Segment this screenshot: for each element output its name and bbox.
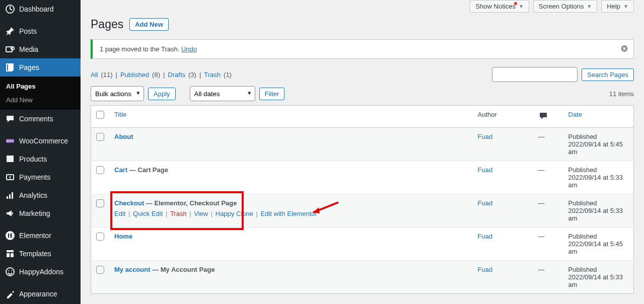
select-all-checkbox[interactable] [96,111,104,119]
woo-icon: WOO [5,136,15,146]
sidebar-item-appearance[interactable]: Appearance [0,285,81,303]
sidebar-item-analytics[interactable]: Analytics [0,186,81,204]
help-label: Help [607,3,620,10]
notice-undo-link[interactable]: Undo [181,45,197,53]
search-button[interactable]: Search Pages [582,68,634,81]
sidebar-item-pages[interactable]: Pages [0,58,81,77]
svg-rect-15 [8,234,9,238]
marketing-icon [5,208,15,218]
sidebar-sub-all-pages[interactable]: All Pages [0,80,81,93]
svg-rect-8 [7,156,14,157]
sidebar-label: Elementor [19,232,51,240]
bulk-actions-select[interactable]: Bulk actions [91,86,144,101]
table-row: AboutFuad—Published2022/09/14 at 5:45 am [91,128,634,161]
svg-rect-7 [7,157,14,162]
sidebar-item-marketing[interactable]: Marketing [0,204,81,222]
sidebar-item-posts[interactable]: Posts [0,22,81,40]
action-trash[interactable]: Trash [170,210,187,217]
svg-point-24 [11,270,12,271]
page-title-link[interactable]: Cart [114,166,127,174]
sidebar-label: Appearance [19,290,57,298]
column-title[interactable]: Title [114,111,126,118]
sidebar-item-comments[interactable]: Comments [0,110,81,128]
chevron-down-icon: ▼ [587,4,592,9]
filter-drafts[interactable]: Drafts [168,71,185,79]
sidebar-sub-add-new[interactable]: Add New [0,93,81,107]
column-date[interactable]: Date [568,111,582,118]
sidebar-item-payments[interactable]: $ Payments [0,168,81,186]
comments-count: — [533,261,563,294]
sidebar-item-elementor[interactable]: Elementor [0,226,81,245]
screen-options-button[interactable]: Screen Options ▼ [533,0,598,13]
svg-text:WOO: WOO [7,139,14,142]
svg-rect-19 [7,250,14,252]
sidebar-label: WooCommerce [19,137,68,145]
templates-icon [5,249,15,259]
filter-button[interactable]: Filter [259,88,285,100]
status-filter-links: All(11) | Published(8) | Drafts(3) | Tra… [91,71,232,79]
sidebar-item-media[interactable]: Media [0,40,81,58]
row-checkbox[interactable] [96,199,104,207]
dashboard-icon [5,4,15,14]
sidebar-item-templates[interactable]: Templates [0,245,81,263]
dates-filter-select[interactable]: All dates [190,86,255,101]
sidebar-label: Dashboard [19,5,54,13]
comments-count: — [533,161,563,194]
table-row: Checkout — Elementor, Checkout PageEdit … [91,194,634,227]
author-link[interactable]: Fuad [478,233,493,240]
help-button[interactable]: Help ▼ [601,0,634,13]
author-link[interactable]: Fuad [478,266,493,273]
search-input[interactable] [492,67,578,82]
sidebar-item-woocommerce[interactable]: WOO WooCommerce [0,132,81,150]
svg-rect-4 [8,63,14,70]
page-title-link[interactable]: My account [114,266,151,273]
sidebar-item-products[interactable]: Products [0,150,81,168]
analytics-icon [5,190,15,200]
filter-all[interactable]: All [91,71,98,79]
filter-published[interactable]: Published [120,71,149,79]
page-meta: — Cart Page [127,166,168,174]
sidebar-label: Posts [19,27,37,35]
author-link[interactable]: Fuad [478,133,493,140]
action-happy-clone[interactable]: Happy Clone [216,210,253,217]
row-checkbox[interactable] [96,133,104,141]
sidebar-item-dashboard[interactable]: Dashboard [0,0,81,18]
add-new-button[interactable]: Add New [129,18,169,31]
filter-trash[interactable]: Trash [204,71,221,79]
page-title-link[interactable]: Checkout [114,199,144,207]
close-icon [620,44,628,52]
sidebar-submenu: All Pages Add New [0,77,81,110]
items-count: 11 items [609,90,634,98]
svg-rect-13 [12,192,13,199]
admin-sidebar: Dashboard Posts Media Pages All Pages Ad… [0,0,81,304]
sidebar-label: Templates [19,250,51,258]
page-title-link[interactable]: Home [114,233,132,240]
sidebar-label: Marketing [19,209,50,217]
action-edit-elementor[interactable]: Edit with Elementor [261,210,317,217]
sidebar-label: Pages [19,63,39,71]
happy-icon [5,267,15,277]
row-checkbox[interactable] [96,233,104,241]
sidebar-item-happyaddons[interactable]: HappyAddons [0,263,81,281]
action-view[interactable]: View [194,210,208,217]
author-link[interactable]: Fuad [478,199,493,207]
filter-all-count: (11) [101,71,112,79]
comments-column-icon[interactable] [538,111,548,122]
action-edit[interactable]: Edit [114,210,125,217]
row-checkbox[interactable] [96,166,104,174]
show-notices-label: Show Notices [475,3,515,10]
sidebar-label: Comments [19,115,53,123]
date-cell: Published2022/09/14 at 5:33 am [563,161,634,194]
payments-icon: $ [5,172,15,182]
show-notices-button[interactable]: Show Notices ▼ [470,0,529,13]
notice-dismiss-button[interactable] [620,44,628,54]
table-row: Cart — Cart PageFuad—Published2022/09/14… [91,161,634,194]
date-cell: Published2022/09/14 at 5:33 am [563,194,634,227]
date-cell: Published2022/09/14 at 5:45 am [563,128,634,161]
row-checkbox[interactable] [96,266,104,274]
author-link[interactable]: Fuad [478,166,493,174]
comments-count: — [533,128,563,161]
bulk-apply-button[interactable]: Apply [148,88,176,100]
page-title-link[interactable]: About [114,133,133,140]
action-quick-edit[interactable]: Quick Edit [133,210,163,217]
